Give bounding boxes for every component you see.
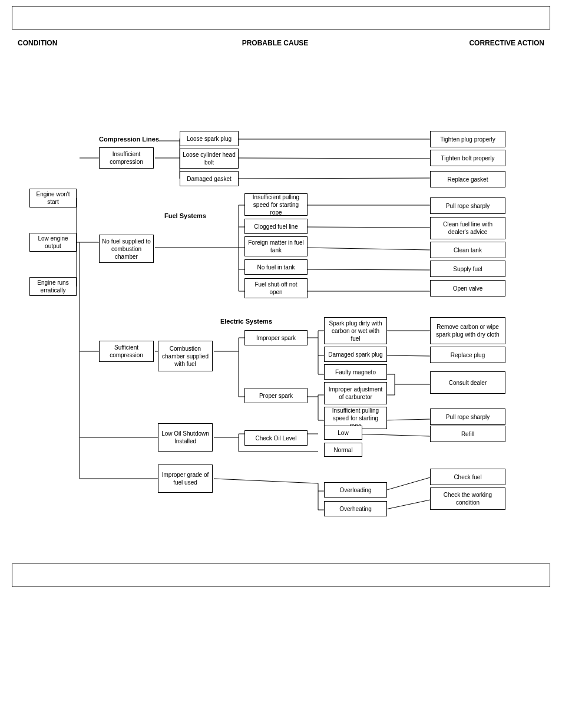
- overloading: Overloading: [324, 482, 387, 498]
- improper-spark: Improper spark: [244, 330, 308, 345]
- damaged-spark-plug: Damaged spark plug: [324, 347, 387, 362]
- normal-oil: Normal: [324, 443, 362, 457]
- bottom-border-box: [12, 564, 550, 587]
- engine-runs-erratically: Engine runs erratically: [29, 277, 77, 296]
- clean-fuel-line: Clean fuel line with dealer's advice: [430, 217, 505, 239]
- electric-systems-label: Electric Systems: [217, 318, 276, 325]
- insufficient-compression: Insufficient compression: [99, 147, 154, 169]
- open-valve: Open valve: [430, 280, 505, 297]
- header-condition: CONDITION: [18, 39, 88, 47]
- fuel-systems-label: Fuel Systems: [158, 212, 213, 219]
- header-action: CORRECTIVE ACTION: [462, 39, 544, 47]
- header-cause: PROBABLE CAUSE: [88, 39, 462, 47]
- fuel-shutoff: Fuel shut-off not open: [244, 278, 308, 298]
- svg-line-46: [383, 419, 430, 420]
- check-fuel: Check fuel: [430, 469, 505, 485]
- low-oil-shutdown: Low Oil Shutdown Installed: [158, 423, 213, 452]
- svg-line-37: [383, 355, 430, 356]
- diagram-area: Engine won't start Low engine output Eng…: [12, 53, 550, 554]
- svg-line-58: [77, 158, 99, 242]
- pull-rope-sharply2: Pull rope sharply: [430, 409, 505, 425]
- insufficient-pulling: Insufficient pulling speed for starting …: [244, 193, 308, 216]
- consult-dealer: Consult dealer: [430, 371, 505, 394]
- refill: Refill: [430, 426, 505, 442]
- sufficient-compression: Sufficient compression: [99, 341, 154, 362]
- top-border-box: [12, 6, 550, 29]
- spark-dirty: Spark plug dirty with carbon or wet with…: [324, 317, 387, 344]
- tighten-plug: Tighten plug properly: [430, 131, 505, 147]
- faulty-magneto: Faulty magneto: [324, 364, 387, 380]
- svg-line-13: [239, 178, 430, 179]
- proper-spark: Proper spark: [244, 388, 308, 403]
- svg-line-56: [383, 477, 430, 491]
- svg-line-22: [303, 227, 430, 228]
- headers: CONDITION PROBABLE CAUSE CORRECTIVE ACTI…: [12, 39, 550, 47]
- page-wrapper: CONDITION PROBABLE CAUSE CORRECTIVE ACTI…: [0, 0, 562, 593]
- svg-line-51: [353, 434, 430, 436]
- low-engine-output: Low engine output: [29, 233, 77, 252]
- combustion-chamber: Combustion chamber supplied with fuel: [158, 341, 213, 371]
- replace-plug: Replace plug: [430, 347, 505, 363]
- no-fuel-in-tank: No fuel in tank: [244, 259, 308, 275]
- no-fuel-supplied: No fuel supplied to combustion chamber: [99, 235, 154, 263]
- foreign-matter: Foreign matter in fuel tank: [244, 236, 308, 256]
- remove-carbon: Remove carbon or wipe spark plug with dr…: [430, 317, 505, 344]
- improper-adjustment: Improper adjustment of carburetor: [324, 382, 387, 404]
- engine-wont-start: Engine won't start: [29, 189, 77, 207]
- damaged-gasket: Damaged gasket: [180, 171, 239, 186]
- check-oil-level: Check Oil Level: [244, 430, 308, 446]
- improper-grade: Improper grade of fuel used: [158, 465, 213, 493]
- pull-rope-sharply: Pull rope sharply: [430, 197, 505, 214]
- low-oil: Low: [324, 426, 362, 440]
- replace-gasket: Replace gasket: [430, 171, 505, 187]
- svg-line-52: [214, 479, 318, 483]
- check-working: Check the working condition: [430, 487, 505, 510]
- loose-cylinder-head: Loose cylinder head bolt: [180, 149, 239, 169]
- loose-spark-plug: Loose spark plug: [180, 131, 239, 146]
- clogged-fuel-line: Clogged fuel line: [244, 219, 308, 234]
- svg-line-24: [303, 269, 430, 270]
- svg-line-57: [383, 500, 430, 510]
- supply-fuel: Supply fuel: [430, 261, 505, 277]
- svg-line-23: [303, 248, 430, 250]
- tighten-bolt: Tighten bolt properly: [430, 150, 505, 166]
- overheating: Overheating: [324, 501, 387, 516]
- compression-lines-label: Compression Lines: [99, 136, 159, 143]
- svg-line-12: [239, 158, 430, 159]
- clean-tank: Clean tank: [430, 242, 505, 258]
